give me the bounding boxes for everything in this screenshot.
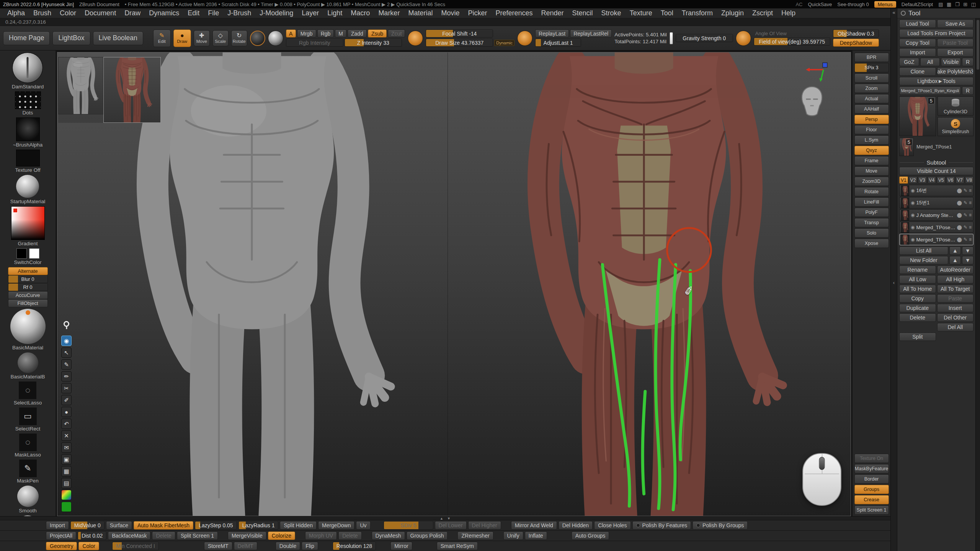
live-boolean-button[interactable]: Live Boolean <box>93 31 143 45</box>
menu-item[interactable]: Marker <box>374 9 404 17</box>
menu-item[interactable]: Color <box>56 9 80 17</box>
tool-item-cylinder3d[interactable]: Cylinder3D <box>938 96 973 116</box>
pin-icon[interactable] <box>64 321 69 327</box>
menu-item[interactable]: Material <box>404 9 437 17</box>
tray-button[interactable] <box>449 531 456 540</box>
sdiv-slider[interactable]: SDiv 5 <box>384 521 433 530</box>
colorize-button[interactable]: Colorize <box>268 531 295 540</box>
midvalue-slider[interactable]: MidValue 0 <box>70 521 105 530</box>
dynamesh-button[interactable]: DynaMesh <box>372 531 405 540</box>
view-tab-v1[interactable]: V1 <box>899 176 908 184</box>
rf-slider[interactable]: Rf 0 <box>8 283 48 291</box>
goz-button[interactable]: GoZ <box>899 58 919 66</box>
groups-button[interactable]: Groups <box>854 485 889 494</box>
tool-panel-header[interactable]: Tool <box>897 8 980 18</box>
persp-button[interactable]: Persp <box>854 115 889 124</box>
import-tool-button[interactable]: Import <box>899 48 936 57</box>
tray-button[interactable] <box>160 542 203 550</box>
menu-item[interactable]: J-Brush <box>223 9 255 17</box>
lazyradius-slider[interactable]: LazyRadius 1 <box>238 521 279 530</box>
visible-count-slider[interactable]: Visible Count 14 <box>899 167 973 175</box>
polypaint-icon[interactable]: ⬤ <box>957 188 962 193</box>
double-button[interactable]: Double <box>276 542 300 550</box>
crease-button[interactable]: Crease <box>854 495 889 504</box>
duplicate-button[interactable]: Duplicate <box>899 304 936 312</box>
folder-up-icon[interactable]: ▲ <box>949 256 961 264</box>
delete-icon[interactable]: ✕ <box>61 430 72 441</box>
mirror-and-weld-button[interactable]: Mirror And Weld <box>511 521 557 530</box>
move3d-button[interactable]: Move <box>854 166 889 176</box>
replay-icon[interactable] <box>517 31 532 46</box>
eye-icon[interactable]: ◉ <box>61 336 72 346</box>
alpha-thumbnail[interactable] <box>16 117 40 141</box>
ecorche-muscle-figure[interactable] <box>456 52 832 516</box>
menu-item[interactable]: Dynamics <box>145 9 183 17</box>
lasso-icon[interactable]: ◌ <box>19 381 36 399</box>
make-polymesh3d-button[interactable]: Make PolyMesh3D <box>937 67 974 76</box>
floor-button[interactable]: Floor <box>854 125 889 134</box>
surface-button[interactable]: Surface <box>106 521 132 530</box>
paste-tool-button[interactable]: Paste Tool <box>937 39 974 47</box>
all-to-home-button[interactable]: All To Home <box>899 285 936 293</box>
basic-material-sphere[interactable] <box>10 309 46 344</box>
subtool-row-merged-2[interactable]: ◉ Merged_TPose1_Ryan_Kingslie ⬤ ✎ ≡ <box>899 234 973 245</box>
main-color-swatch[interactable] <box>16 248 27 259</box>
tray-button[interactable] <box>259 542 274 550</box>
replay-last-button[interactable]: ReplayLast <box>535 29 569 37</box>
zcut-button[interactable]: Zcut <box>388 29 405 37</box>
sculpt-icon[interactable]: ✎ <box>964 200 967 205</box>
subtool-row-merged-1[interactable]: ◉ Merged_TPose1_Ryan_Kingslies ⬤ ✎ ≡ <box>899 222 973 233</box>
menu-item[interactable]: Transform <box>678 9 717 17</box>
polish-by-groups-slider[interactable]: Polish By Groups <box>693 521 748 530</box>
del-other-button[interactable]: Del Other <box>937 313 974 322</box>
deep-shadow-button[interactable]: DeepShadow <box>833 39 879 47</box>
quicksave-button[interactable]: QuickSave <box>808 2 832 7</box>
tray-resize-handle[interactable]: ▲ ▼ <box>0 516 890 520</box>
z-intensity-slider[interactable]: Z Intensity 33 <box>345 39 402 47</box>
subtool-row-15-1[interactable]: ◉ 15번1 ⬤ ✎ ≡ <box>899 197 973 209</box>
morph-uv-button[interactable]: Morph UV <box>305 531 337 540</box>
export-tool-button[interactable]: Export <box>937 48 974 57</box>
tray-button[interactable] <box>414 542 435 550</box>
anchor-a-button[interactable]: A <box>286 29 296 37</box>
tray-button[interactable] <box>495 531 502 540</box>
window-layout-icons[interactable]: ▤ ▦ ❐ ⊞ ◫ <box>938 2 977 7</box>
tray-button[interactable] <box>372 521 382 530</box>
zremesher-button[interactable]: ZRemesher <box>457 531 493 540</box>
menu-item[interactable]: Help <box>777 9 800 17</box>
texture-on-label[interactable]: Texture On <box>854 454 889 463</box>
bpr-button[interactable]: BPR <box>854 53 889 62</box>
knife-icon[interactable]: ✂ <box>61 383 72 393</box>
copy-subtool-button[interactable]: Copy <box>899 294 936 303</box>
menu-item[interactable]: Tool <box>657 9 678 17</box>
menus-button[interactable]: Menus <box>874 1 896 8</box>
eye-icon[interactable]: ◉ <box>911 225 915 230</box>
m-button[interactable]: M <box>335 29 346 37</box>
focal-shift-slider[interactable]: Focal Shift -14 <box>426 29 493 37</box>
spix-slider[interactable]: SPix 3 <box>854 63 889 72</box>
subtool-row-16[interactable]: ◉ 16번 ⬤ ✎ ≡ <box>899 185 973 196</box>
del-all-button[interactable]: Del All <box>937 323 974 331</box>
inflate-button[interactable]: Inflate <box>525 531 547 540</box>
tray-button[interactable] <box>549 531 570 540</box>
pen-icon[interactable]: ✎ <box>61 359 72 370</box>
aahalf-button[interactable]: AAHalf <box>854 104 889 114</box>
mirror-button[interactable]: Mirror <box>390 542 412 550</box>
goz-all-button[interactable]: All <box>920 58 940 66</box>
draw-size-icon[interactable] <box>408 31 423 46</box>
smooth-thumbnail[interactable] <box>17 486 39 507</box>
secondary-color-swatch[interactable] <box>29 248 39 259</box>
border-button[interactable]: Border <box>854 474 889 484</box>
split-screen-bottom-slider[interactable]: Split Screen 1 <box>177 531 218 540</box>
active-tool-name[interactable]: Merged_TPose1_Ryan_Kingsli <box>899 86 961 95</box>
view-tab-v8[interactable]: V8 <box>965 176 974 184</box>
close-holes-button[interactable]: Close Holes <box>594 521 630 530</box>
draw-button[interactable]: ● Draw <box>173 29 191 47</box>
obj-shadow-slider[interactable]: ObjShadow 0.3 <box>833 29 879 37</box>
texture-thumbnail[interactable] <box>16 150 40 166</box>
view-tab-v3[interactable]: V3 <box>918 176 927 184</box>
eye-icon[interactable]: ◉ <box>911 188 915 193</box>
document-canvas[interactable]: ◉↖✎✏✂✐●↶✕✉▣▦▤ ✐ <box>57 52 851 516</box>
goz-visible-button[interactable]: Visible <box>941 58 961 66</box>
canvas-thumbnails[interactable] <box>58 57 161 123</box>
